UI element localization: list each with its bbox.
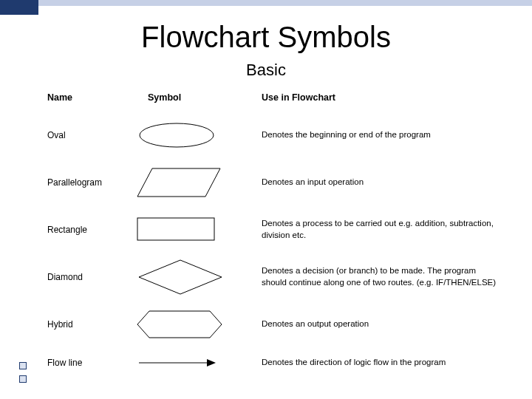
symbol-use: Denotes an output operation (239, 318, 502, 330)
header-symbol: Symbol (136, 92, 239, 103)
slide-top-accent (0, 0, 532, 15)
symbol-name: Oval (47, 130, 136, 140)
slide-subtitle: Basic (0, 61, 532, 80)
symbol-use: Denotes a decision (or branch) to be mad… (239, 265, 502, 288)
header-use: Use in Flowchart (239, 92, 502, 104)
symbol-name: Diamond (47, 272, 136, 282)
symbol-name: Rectangle (47, 225, 136, 235)
table-row: Parallelogram Denotes an input operation (47, 161, 502, 204)
table-row: Hybrid Denotes an output operation (47, 303, 502, 346)
table-row: Diamond Denotes a decision (or branch) t… (47, 256, 502, 299)
symbol-use: Denotes the direction of logic flow in t… (239, 357, 502, 369)
table-row: Oval Denotes the beginning or end of the… (47, 114, 502, 157)
table-row: Rectangle Denotes a process to be carrie… (47, 208, 502, 251)
arrow-icon (136, 355, 217, 370)
oval-icon (136, 120, 217, 150)
decorative-square-icon (19, 362, 27, 369)
svg-point-0 (140, 123, 214, 147)
svg-marker-6 (207, 359, 216, 366)
symbol-name: Parallelogram (47, 177, 136, 188)
symbol-cell (136, 120, 239, 150)
hybrid-icon (136, 308, 225, 341)
symbol-cell (136, 355, 239, 370)
decorative-square-icon (19, 375, 27, 383)
accent-dark-block (0, 0, 38, 15)
accent-light-bar (38, 0, 532, 6)
symbol-name: Flow line (47, 358, 136, 368)
symbol-cell (136, 166, 239, 200)
svg-rect-2 (137, 218, 214, 240)
slide-title: Flowchart Symbols (0, 21, 532, 54)
svg-marker-4 (137, 311, 222, 338)
table-row: Flow line Denotes the direction of logic… (47, 350, 502, 375)
svg-marker-3 (139, 260, 222, 294)
rectangle-icon (136, 216, 217, 243)
diamond-icon (136, 259, 225, 296)
symbol-name: Hybrid (47, 319, 136, 330)
symbol-cell (136, 308, 239, 341)
symbols-table: Name Symbol Use in Flowchart Oval Denote… (47, 87, 502, 380)
symbol-use: Denotes the beginning or end of the prog… (239, 129, 502, 141)
table-header-row: Name Symbol Use in Flowchart (47, 87, 502, 108)
header-name: Name (47, 92, 136, 103)
symbol-use: Denotes a process to be carried out e.g.… (239, 218, 502, 241)
svg-marker-1 (137, 168, 220, 197)
parallelogram-icon (136, 166, 225, 200)
symbol-use: Denotes an input operation (239, 177, 502, 188)
symbol-cell (136, 259, 239, 296)
symbol-cell (136, 216, 239, 243)
